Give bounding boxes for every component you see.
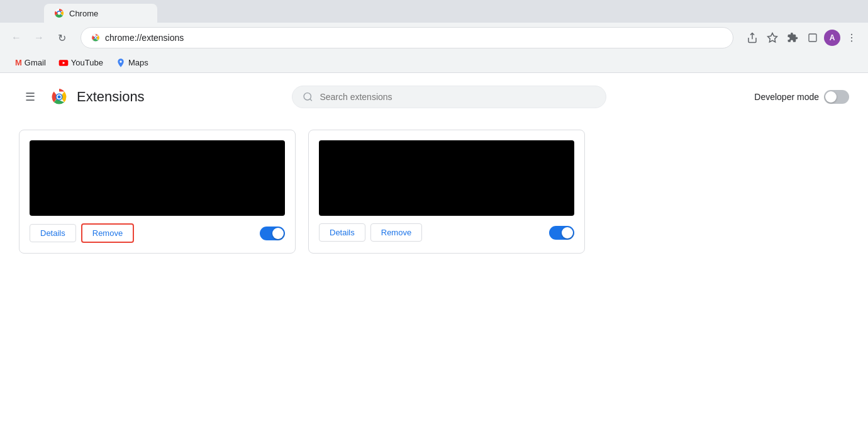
extension-card-2: Details Remove: [308, 130, 585, 254]
browser-chrome: Chrome ← → ↻ chrome://extensions: [0, 0, 868, 73]
extension-actions-2: Details Remove: [319, 223, 574, 242]
header-center: [145, 86, 755, 108]
details-button-1[interactable]: Details: [30, 224, 76, 242]
address-bar-row: ← → ↻ chrome://extensions: [0, 23, 868, 53]
share-button[interactable]: [743, 29, 761, 47]
forward-icon: →: [34, 32, 44, 43]
maps-icon: [116, 58, 126, 68]
details-button-2[interactable]: Details: [319, 223, 365, 242]
hamburger-icon: ☰: [25, 90, 35, 104]
search-icon: [303, 91, 313, 103]
svg-point-17: [58, 96, 61, 99]
bookmark-youtube[interactable]: YouTube: [53, 55, 108, 70]
remove-button-2[interactable]: Remove: [370, 223, 422, 242]
extension-image-2: [319, 140, 574, 216]
avatar[interactable]: A: [824, 30, 840, 46]
header-right: Developer mode: [754, 90, 849, 104]
svg-point-5: [95, 37, 96, 38]
share-icon: [747, 32, 758, 43]
window-icon: [808, 33, 818, 43]
refresh-button[interactable]: ↻: [53, 29, 70, 47]
bookmark-gmail-label: Gmail: [25, 58, 46, 67]
remove-button-1[interactable]: Remove: [81, 223, 134, 243]
svg-point-9: [851, 37, 852, 38]
extension-toggle-2[interactable]: [549, 226, 574, 240]
svg-rect-7: [809, 34, 816, 42]
refresh-icon: ↻: [58, 32, 66, 44]
chrome-logo: [49, 87, 69, 107]
developer-mode-label: Developer mode: [754, 92, 819, 102]
svg-point-10: [851, 40, 852, 42]
tab-bar: Chrome: [0, 0, 868, 23]
extension-toggle-1[interactable]: [260, 227, 285, 240]
gmail-icon: M: [15, 58, 22, 67]
bookmark-maps[interactable]: Maps: [111, 55, 153, 70]
page-title: Extensions: [77, 89, 145, 105]
svg-point-18: [304, 93, 311, 100]
menu-dots-icon: [846, 32, 857, 43]
bookmarks-bar: M Gmail YouTube Maps: [0, 53, 868, 73]
bookmark-button[interactable]: [764, 29, 781, 47]
page-content: ☰ Extensions: [0, 73, 868, 431]
svg-point-8: [851, 34, 852, 35]
extensions-header: ☰ Extensions: [19, 86, 849, 108]
bookmark-gmail[interactable]: M Gmail: [10, 55, 51, 70]
svg-marker-6: [768, 33, 777, 42]
tab-title: Chrome: [69, 9, 98, 18]
bookmark-maps-label: Maps: [128, 58, 148, 67]
address-text: chrome://extensions: [105, 33, 184, 43]
extensions-grid: Details Remove Details Remove: [19, 123, 849, 254]
star-icon: [767, 32, 778, 43]
active-tab[interactable]: Chrome: [44, 4, 157, 23]
hamburger-button[interactable]: ☰: [19, 86, 42, 108]
svg-point-13: [120, 60, 121, 62]
puzzle-icon: [787, 32, 798, 43]
window-button[interactable]: [804, 29, 821, 47]
extensions-button[interactable]: [784, 29, 801, 47]
back-icon: ←: [11, 32, 21, 43]
back-button[interactable]: ←: [8, 29, 25, 47]
search-bar[interactable]: [292, 86, 606, 108]
header-left: ☰ Extensions: [19, 86, 145, 108]
chrome-icon-small: [91, 33, 100, 42]
forward-button[interactable]: →: [30, 29, 48, 47]
search-input[interactable]: [320, 92, 596, 102]
bookmark-youtube-label: YouTube: [71, 58, 103, 67]
tab-favicon: [54, 8, 64, 18]
extension-actions-1: Details Remove: [30, 223, 285, 243]
developer-mode-toggle[interactable]: [824, 90, 849, 104]
extension-image-1: [30, 140, 285, 216]
youtube-icon: [58, 58, 69, 68]
svg-point-2: [58, 12, 61, 15]
extension-card-1: Details Remove: [19, 130, 296, 254]
menu-button[interactable]: [843, 29, 860, 47]
toolbar-icons: A: [743, 29, 860, 47]
address-bar[interactable]: chrome://extensions: [81, 27, 733, 48]
